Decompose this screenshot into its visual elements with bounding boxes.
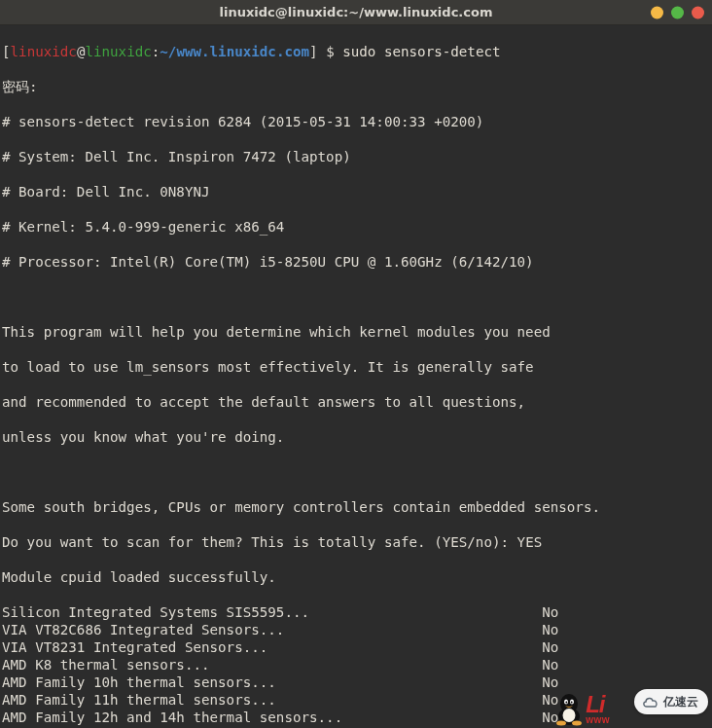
header-line: # Board: Dell Inc. 0N8YNJ — [2, 183, 710, 200]
close-icon[interactable] — [692, 6, 704, 18]
blank-line — [2, 288, 710, 306]
result-label: AMD Family 11h thermal sensors... — [2, 692, 542, 708]
prompt-host: linuxidc — [85, 44, 151, 59]
result-label: VIA VT8231 Integrated Sensors... — [2, 639, 542, 655]
result-label: AMD Family 10h thermal sensors... — [2, 674, 542, 690]
header-line: # System: Dell Inc. Inspiron 7472 (lapto… — [2, 148, 710, 165]
scan1-answer: YES — [517, 534, 543, 550]
intro-line: and recommended to accept the default an… — [2, 393, 710, 411]
svg-point-7 — [556, 721, 566, 726]
result-label: AMD K8 thermal sensors... — [2, 657, 542, 673]
window-controls — [651, 6, 704, 18]
result-line: VIA VT8231 Integrated Sensors... No — [2, 638, 710, 656]
header-line: # Processor: Intel(R) Core(TM) i5-8250U … — [2, 253, 710, 271]
result-line: AMD Family 10h thermal sensors... No — [2, 673, 710, 691]
titlebar: linuxidc@linuxidc:~/www.linuxidc.com — [0, 0, 712, 25]
typed-command: sudo sensors-detect — [342, 44, 500, 59]
maximize-icon[interactable] — [671, 6, 684, 18]
result-line: VIA VT82C686 Integrated Sensors... No — [2, 621, 710, 638]
result-label: AMD Family 12h and 14h thermal sensors..… — [2, 710, 542, 725]
intro-line: This program will help you determine whi… — [2, 323, 710, 341]
prompt-user: linuxidc — [11, 44, 77, 59]
header-line: # Kernel: 5.4.0-999-generic x86_64 — [2, 218, 710, 236]
watermark-linuxidc: Li www — [554, 693, 610, 726]
svg-point-2 — [563, 709, 576, 722]
svg-point-6 — [571, 702, 573, 704]
result-value: No — [542, 639, 558, 655]
cloud-icon — [642, 695, 659, 710]
minimize-icon[interactable] — [651, 6, 663, 18]
result-value: No — [542, 622, 558, 637]
window-title: linuxidc@linuxidc:~/www.linuxidc.com — [220, 4, 493, 21]
prompt-path: ~/www.linuxidc.com — [160, 44, 309, 59]
result-line: Silicon Integrated Systems SIS5595... No — [2, 603, 710, 621]
blank-line — [2, 463, 710, 481]
watermark-yisu-text: 亿速云 — [663, 693, 698, 710]
terminal[interactable]: [linuxidc@linuxidc:~/www.linuxidc.com] $… — [0, 25, 712, 728]
intro-line: to load to use lm_sensors most effective… — [2, 358, 710, 376]
result-label: VIA VT82C686 Integrated Sensors... — [2, 622, 542, 637]
header-line: # sensors-detect revision 6284 (2015-05-… — [2, 113, 710, 130]
scan1-prompt: Do you want to scan for them? This is to… — [2, 533, 710, 551]
svg-point-5 — [566, 702, 568, 704]
intro-line: unless you know what you're doing. — [2, 428, 710, 446]
svg-point-8 — [572, 721, 582, 726]
result-value: No — [542, 674, 558, 690]
result-value: No — [542, 657, 558, 673]
result-label: Silicon Integrated Systems SIS5595... — [2, 604, 542, 620]
tux-icon — [554, 693, 584, 726]
prompt-line: [linuxidc@linuxidc:~/www.linuxidc.com] $… — [2, 43, 710, 60]
watermark-text-top: Li — [586, 694, 610, 715]
watermark-text-bot: www — [586, 715, 610, 724]
result-value: No — [542, 604, 558, 620]
watermark-yisu: 亿速云 — [634, 689, 708, 714]
scan1-loaded: Module cpuid loaded successfully. — [2, 568, 710, 586]
password-label: 密码: — [2, 78, 710, 95]
scan1-text: Some south bridges, CPUs or memory contr… — [2, 498, 710, 516]
result-line: AMD K8 thermal sensors... No — [2, 656, 710, 673]
